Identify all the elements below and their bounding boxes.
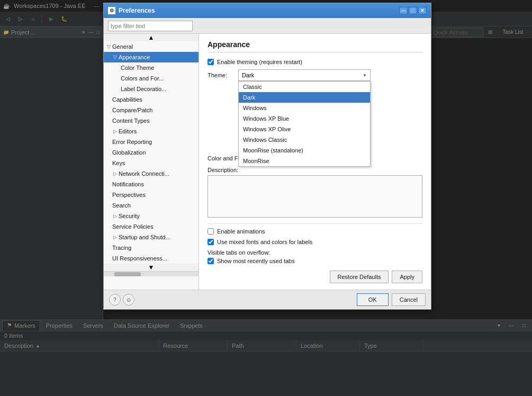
enable-theming-label: Enable theming (requires restart) xyxy=(217,59,302,65)
panel-action-buttons: Restore Defaults Apply xyxy=(208,271,422,283)
dialog-maximize[interactable]: □ xyxy=(409,7,417,14)
dialog-help-icons: ? ⊙ xyxy=(109,294,134,305)
tree-item-globalization[interactable]: Globalization xyxy=(104,147,199,158)
dialog-title: Preferences xyxy=(119,7,155,14)
restore-defaults-button[interactable]: Restore Defaults xyxy=(330,271,389,283)
dialog-title-icon: ⚙ xyxy=(108,7,115,14)
tree-item-error-reporting[interactable]: Error Reporting xyxy=(104,137,199,147)
settings-title: Appearance xyxy=(208,40,422,52)
cancel-button[interactable]: Cancel xyxy=(392,293,426,306)
theme-dropdown[interactable]: Dark ▼ xyxy=(238,69,371,81)
enable-theming-row: Enable theming (requires restart) xyxy=(208,59,422,65)
show-recent-tabs-label: Show most recently used tabs xyxy=(217,258,295,264)
mixed-fonts-checkbox[interactable] xyxy=(208,239,214,245)
show-recent-tabs-checkbox[interactable] xyxy=(208,258,214,264)
tree-item-network[interactable]: ▷ Network Connecti... xyxy=(104,168,199,179)
tree-item-editors[interactable]: ▷ Editors xyxy=(104,126,199,137)
tree-item-startup[interactable]: ▷ Startup and Shutd... xyxy=(104,232,199,242)
settings-panel: Appearance Enable theming (requires rest… xyxy=(199,34,431,290)
tree-item-ui-responsiveness[interactable]: UI Responsiveness... xyxy=(104,253,199,264)
dialog-titlebar: ⚙ Preferences — □ ✕ xyxy=(104,3,431,18)
tree-item-tracing[interactable]: Tracing xyxy=(104,242,199,253)
tree-horizontal-scrollbar[interactable] xyxy=(104,271,199,276)
modal-overlay: ⚙ Preferences — □ ✕ ▲ ▽ General xyxy=(0,0,532,396)
tree-item-capabilities[interactable]: Capabilities xyxy=(104,94,199,105)
tree-item-perspectives[interactable]: Perspectives xyxy=(104,190,199,200)
dialog-minimize[interactable]: — xyxy=(399,7,408,14)
visible-tabs-section: Visible tabs on overflow: Show most rece… xyxy=(208,249,422,264)
theme-dropdown-arrow: ▼ xyxy=(363,73,367,78)
tree-item-appearance[interactable]: ▽ Appearance xyxy=(104,52,199,62)
option-winxp-blue[interactable]: Windows XP Blue xyxy=(239,113,370,124)
option-moonrise-standalone[interactable]: MoonRise (standalone) xyxy=(239,145,370,156)
dialog-close[interactable]: ✕ xyxy=(418,7,427,14)
option-win-classic[interactable]: Windows Classic xyxy=(239,134,370,145)
separator-1 xyxy=(208,223,422,224)
theme-row: Theme: Dark ▼ Classic Dark Windows Windo… xyxy=(208,69,422,81)
enable-animations-checkbox[interactable] xyxy=(208,228,214,235)
tree-item-security[interactable]: ▷ Security xyxy=(104,211,199,221)
description-section: Description: xyxy=(208,167,422,219)
mixed-fonts-row: Use mixed fonts and colors for labels xyxy=(208,239,422,245)
help-button[interactable]: ? xyxy=(109,294,121,305)
enable-animations-row: Enable animations xyxy=(208,228,422,235)
mixed-fonts-label: Use mixed fonts and colors for labels xyxy=(217,239,312,245)
dialog-bottom: ? ⊙ OK Cancel xyxy=(104,290,431,309)
option-classic[interactable]: Classic xyxy=(239,82,370,92)
visible-tabs-label: Visible tabs on overflow: xyxy=(208,249,422,256)
theme-dropdown-container: Dark ▼ Classic Dark Windows Windows XP B… xyxy=(238,69,371,81)
tree-item-colors-fonts[interactable]: Colors and For... xyxy=(104,73,199,84)
ok-button[interactable]: OK xyxy=(357,293,389,306)
info-button[interactable]: ⊙ xyxy=(123,294,134,305)
enable-theming-checkbox[interactable] xyxy=(208,59,214,65)
tree-panel: ▲ ▽ General ▽ Appearance Color Theme Col… xyxy=(104,34,199,290)
tree-scroll-down[interactable]: ▼ xyxy=(104,264,199,271)
theme-dropdown-list: Classic Dark Windows Windows XP Blue Win… xyxy=(238,81,371,167)
tree-item-general[interactable]: ▽ General xyxy=(104,41,199,52)
theme-selected-value: Dark xyxy=(242,72,254,78)
option-dark[interactable]: Dark xyxy=(239,92,370,103)
apply-button[interactable]: Apply xyxy=(392,271,422,283)
filter-input[interactable] xyxy=(108,21,193,31)
preferences-dialog: ⚙ Preferences — □ ✕ ▲ ▽ General xyxy=(103,3,431,310)
description-label: Description: xyxy=(208,167,422,173)
filter-bar xyxy=(104,18,431,34)
tree-item-search[interactable]: Search xyxy=(104,200,199,211)
tree-item-color-theme[interactable]: Color Theme xyxy=(104,62,199,73)
show-recent-tabs-row: Show most recently used tabs xyxy=(208,258,422,264)
tree-item-notifications[interactable]: Notifications xyxy=(104,179,199,190)
option-moonrise[interactable]: MoonRise xyxy=(239,156,370,166)
titlebar-controls: — □ ✕ xyxy=(399,7,427,14)
tree-item-compare-patch[interactable]: Compare/Patch xyxy=(104,105,199,115)
option-windows[interactable]: Windows xyxy=(239,103,370,113)
tree-item-label-decorations[interactable]: Label Decoratio... xyxy=(104,84,199,94)
description-box xyxy=(208,175,422,218)
tree-item-service-policies[interactable]: Service Policies xyxy=(104,221,199,232)
tree-item-keys[interactable]: Keys xyxy=(104,158,199,168)
enable-animations-label: Enable animations xyxy=(217,228,265,235)
option-winxp-olive[interactable]: Windows XP Olive xyxy=(239,124,370,134)
tree-item-content-types[interactable]: Content Types xyxy=(104,115,199,126)
dialog-action-buttons: OK Cancel xyxy=(357,293,426,306)
theme-label: Theme: xyxy=(208,72,234,78)
dialog-content: ▲ ▽ General ▽ Appearance Color Theme Col… xyxy=(104,34,431,290)
tree-scroll-up[interactable]: ▲ xyxy=(104,34,199,41)
